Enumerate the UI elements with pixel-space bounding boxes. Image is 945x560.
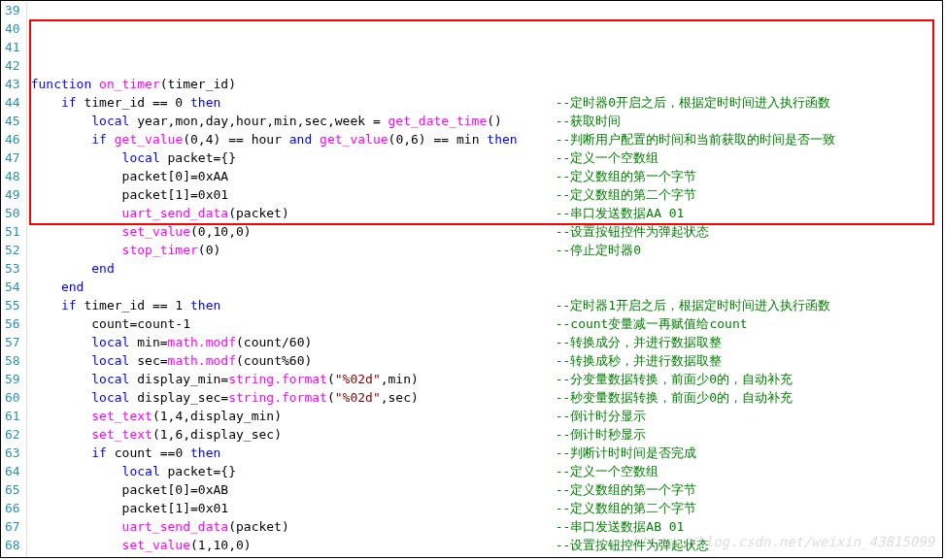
line-gutter: 3940414243444546474849505152535455565758…: [1, 1, 27, 557]
code-line[interactable]: set_text(1,6,display_sec)--倒计时秒显示: [31, 425, 938, 444]
line-number: 39: [5, 1, 20, 19]
line-number: 68: [5, 536, 20, 554]
code-tokens: set_text(1,6,display_sec): [31, 427, 282, 442]
code-tokens: uart_send_data(packet): [31, 206, 289, 220]
code-area[interactable]: https://blog.csdn.net/weixin_43815099 fu…: [27, 1, 942, 557]
comment: --分变量数据转换，前面少0的，自动补充: [556, 370, 793, 388]
code-tokens: packet[0]=0xAA: [31, 169, 229, 183]
line-number: 45: [5, 112, 20, 130]
comment: --定义一个空数组: [556, 462, 659, 480]
code-tokens: local year,mon,day,hour,min,sec,week = g…: [31, 114, 502, 128]
code-line[interactable]: if timer_id == 1 then--定时器1开启之后，根据定时时间进入…: [31, 296, 938, 314]
comment: --转换成秒，并进行数据取整: [556, 351, 723, 370]
line-number: 42: [5, 56, 20, 75]
code-editor[interactable]: 3940414243444546474849505152535455565758…: [0, 0, 943, 558]
code-line[interactable]: set_text(1,4,display_min)--倒计时分显示: [31, 407, 938, 425]
line-number: 55: [5, 296, 20, 314]
comment: --停止定时器0: [556, 241, 641, 259]
code-line[interactable]: packet[0]=0xAA--定义数组的第一个字节: [31, 167, 938, 185]
code-line[interactable]: stop_timer(0)--停止定时器0: [31, 241, 938, 259]
code-tokens: local sec=math.modf(count%60): [31, 353, 313, 368]
line-number: 58: [5, 351, 20, 370]
comment: --定义数组的第一个字节: [556, 480, 697, 499]
code-tokens: end: [31, 261, 115, 276]
code-line[interactable]: count=count-1--count变量减一再赋值给count: [31, 314, 938, 333]
line-number: 41: [5, 38, 20, 56]
comment: --定义数组的第一个字节: [556, 167, 697, 185]
comment: --倒计时秒显示: [556, 425, 647, 444]
code-line[interactable]: packet[0]=0xAB--定义数组的第一个字节: [31, 480, 938, 499]
code-tokens: set_value(0,10,0): [31, 224, 252, 239]
code-tokens: function on_timer(timer_id): [31, 77, 236, 91]
code-line[interactable]: if timer_id == 0 then--定时器0开启之后，根据定时时间进入…: [31, 93, 938, 112]
line-number: 47: [5, 148, 20, 167]
code-line[interactable]: end: [31, 278, 938, 296]
code-tokens: local packet={}: [31, 150, 236, 165]
comment: --秒变量数据转换，前面少0的，自动补充: [556, 388, 793, 407]
comment: --停止定时器1: [556, 554, 641, 557]
code-line[interactable]: local packet={}--定义一个空数组: [31, 462, 938, 480]
code-tokens: packet[1]=0x01: [31, 501, 229, 515]
line-number: 54: [5, 278, 20, 296]
code-tokens: if count ==0 then: [31, 445, 221, 460]
line-number: 46: [5, 130, 20, 148]
code-tokens: packet[1]=0x01: [31, 187, 229, 202]
code-line[interactable]: end: [31, 259, 938, 278]
code-tokens: stop_timer(0): [31, 243, 221, 257]
line-number: 53: [5, 259, 20, 278]
code-tokens: local display_sec=string.format("%02d",s…: [31, 390, 419, 405]
line-number: 51: [5, 222, 20, 241]
code-line[interactable]: packet[1]=0x01--定义数组的第二个字节: [31, 499, 938, 517]
code-tokens: count=count-1: [31, 316, 190, 331]
code-line[interactable]: stop_timer(1)--停止定时器1: [31, 554, 938, 557]
code-line[interactable]: local display_sec=string.format("%02d",s…: [31, 388, 938, 407]
code-line[interactable]: local min=math.modf(count/60)--转换成分，并进行数…: [31, 333, 938, 351]
line-number: 52: [5, 241, 20, 259]
comment: --判断计时时间是否完成: [556, 444, 697, 462]
code-tokens: set_text(1,4,display_min): [31, 409, 282, 423]
code-tokens: end: [31, 280, 84, 294]
code-tokens: if get_value(0,4) == hour and get_value(…: [31, 132, 518, 147]
code-tokens: uart_send_data(packet): [31, 519, 289, 534]
code-line[interactable]: set_value(1,10,0)--设置按钮控件为弹起状态: [31, 536, 938, 554]
code-line[interactable]: packet[1]=0x01--定义数组的第二个字节: [31, 185, 938, 204]
code-line[interactable]: local display_min=string.format("%02d",m…: [31, 370, 938, 388]
code-line[interactable]: if get_value(0,4) == hour and get_value(…: [31, 130, 938, 148]
comment: --倒计时分显示: [556, 407, 647, 425]
comment: --串口发送数据AB 01: [556, 517, 685, 536]
code-line[interactable]: local sec=math.modf(count%60)--转换成秒，并进行数…: [31, 351, 938, 370]
line-number: 60: [5, 388, 20, 407]
comment: --获取时间: [556, 112, 622, 130]
code-line[interactable]: uart_send_data(packet)--串口发送数据AB 01: [31, 517, 938, 536]
line-number: 43: [5, 75, 20, 93]
code-line[interactable]: function on_timer(timer_id): [31, 75, 938, 93]
comment: --转换成分，并进行数据取整: [556, 333, 723, 351]
comment: --判断用户配置的时间和当前获取的时间是否一致: [556, 130, 836, 148]
line-number: 64: [5, 462, 20, 480]
line-number: 44: [5, 93, 20, 112]
comment: --定时器0开启之后，根据定时时间进入执行函数: [556, 93, 830, 112]
comment: --定义一个空数组: [556, 148, 659, 167]
code-tokens: packet[0]=0xAB: [31, 482, 229, 497]
code-line[interactable]: local year,mon,day,hour,min,sec,week = g…: [31, 112, 938, 130]
line-number: 67: [5, 517, 20, 536]
line-number: 40: [5, 19, 20, 38]
line-number: 65: [5, 480, 20, 499]
comment: --设置按钮控件为弹起状态: [556, 536, 710, 554]
code-tokens: if timer_id == 1 then: [31, 298, 221, 313]
code-tokens: if timer_id == 0 then: [31, 95, 221, 110]
comment: --定义数组的第二个字节: [556, 185, 697, 204]
line-number: 61: [5, 407, 20, 425]
line-number: 56: [5, 314, 20, 333]
code-line[interactable]: set_value(0,10,0)--设置按钮控件为弹起状态: [31, 222, 938, 241]
code-tokens: local packet={}: [31, 464, 236, 478]
code-tokens: local display_min=string.format("%02d",m…: [31, 372, 419, 386]
line-number: 62: [5, 425, 20, 444]
comment: --count变量减一再赋值给count: [556, 314, 748, 333]
code-line[interactable]: local packet={}--定义一个空数组: [31, 148, 938, 167]
line-number: 57: [5, 333, 20, 351]
comment: --串口发送数据AA 01: [556, 204, 685, 222]
code-line[interactable]: uart_send_data(packet)--串口发送数据AA 01: [31, 204, 938, 222]
line-number: 50: [5, 204, 20, 222]
code-line[interactable]: if count ==0 then--判断计时时间是否完成: [31, 444, 938, 462]
